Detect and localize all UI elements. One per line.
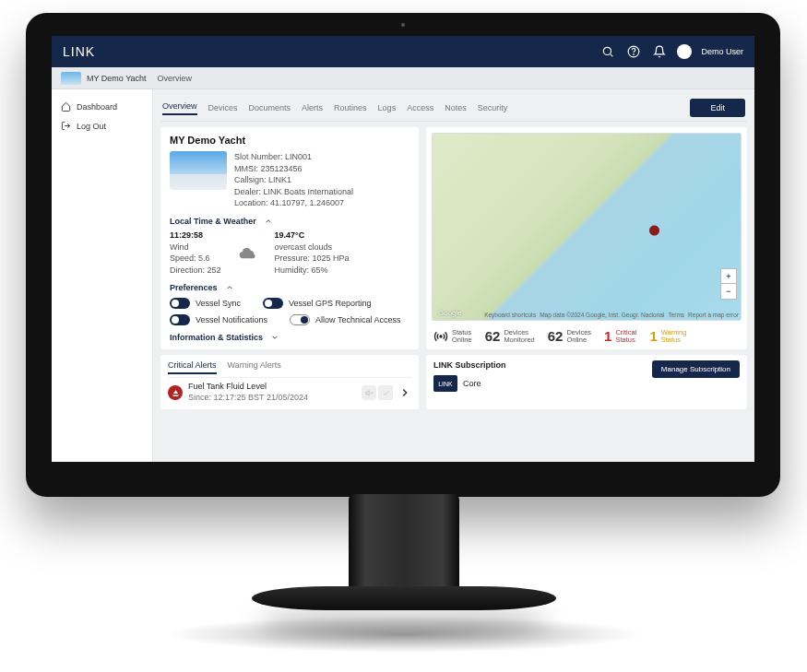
link-badge: LINK <box>433 375 457 392</box>
section-weather-label: Local Time & Weather <box>170 217 256 226</box>
sidebar-item-dashboard[interactable]: Dashboard <box>57 97 147 116</box>
sidebar-item-logout[interactable]: Log Out <box>57 116 147 136</box>
logout-icon <box>61 121 71 131</box>
edit-button[interactable]: Edit <box>690 99 745 117</box>
chevron-down-icon <box>270 333 279 342</box>
app-logo[interactable]: LINK <box>63 44 95 59</box>
stat-critical-label: Critical Status <box>615 329 636 345</box>
map-card: Google + − Keyboard shortcuts Map data ©… <box>426 127 747 349</box>
pref-vessel-sync[interactable]: Vessel Sync <box>170 298 241 309</box>
map-zoom: + − <box>720 268 737 300</box>
map-report[interactable]: Report a map error <box>688 312 739 318</box>
sidebar-item-label: Log Out <box>77 122 106 131</box>
section-info-toggle[interactable]: Information & Statistics <box>170 333 409 342</box>
section-prefs-toggle[interactable]: Preferences <box>170 283 409 292</box>
subscription-card: LINK Subscription LINK Core Manage Subsc… <box>426 355 747 408</box>
toggle-on-icon <box>263 298 283 309</box>
username[interactable]: Demo User <box>701 47 743 56</box>
sidebar: Dashboard Log Out <box>52 89 153 462</box>
vessel-chip[interactable]: MY Demo Yacht <box>61 72 147 85</box>
manage-subscription-button[interactable]: Manage Subscription <box>652 360 740 378</box>
chevron-right-icon[interactable] <box>398 386 411 399</box>
section-info-label: Information & Statistics <box>170 333 263 342</box>
avatar[interactable] <box>677 44 692 59</box>
weather-block: 11:29:58 Wind Speed: 5.6 Direction: 252 … <box>170 230 409 276</box>
tab-logs[interactable]: Logs <box>378 103 397 112</box>
tab-routines[interactable]: Routines <box>334 103 367 112</box>
vessel-info: Slot Number: LIN001 MMSI: 235123456 Call… <box>234 151 353 209</box>
mute-icon[interactable] <box>362 385 376 400</box>
stat-online-label: Devices Online <box>566 329 591 345</box>
tab-notes[interactable]: Notes <box>445 103 467 112</box>
pref-notifications[interactable]: Vessel Notifications <box>170 314 267 325</box>
tab-critical-alerts[interactable]: Critical Alerts <box>168 360 217 374</box>
tab-alerts[interactable]: Alerts <box>302 103 323 112</box>
tab-documents[interactable]: Documents <box>249 103 291 112</box>
cloud-icon <box>238 246 258 259</box>
map-shortcuts[interactable]: Keyboard shortcuts <box>484 312 536 318</box>
alert-row[interactable]: Fuel Tank Fluid Level Since: 12:17:25 BS… <box>168 382 411 403</box>
check-icon[interactable] <box>378 385 393 400</box>
svg-point-3 <box>634 54 635 55</box>
tab-overview[interactable]: Overview <box>162 101 197 115</box>
vessel-details-card: MY Demo Yacht Slot Number: LIN001 MMSI: … <box>160 127 419 349</box>
stat-monitored-value: 62 <box>485 328 501 344</box>
stat-warning-value: 1 <box>649 328 657 344</box>
tab-access[interactable]: Access <box>407 103 433 112</box>
subscription-header: LINK Subscription <box>433 360 506 370</box>
alert-title: Fuel Tank Fluid Level <box>188 382 308 393</box>
bell-icon[interactable] <box>651 43 668 60</box>
map[interactable]: Google + − Keyboard shortcuts Map data ©… <box>432 133 742 321</box>
chevron-up-icon <box>225 283 234 292</box>
map-terms[interactable]: Terms <box>668 312 684 318</box>
sidebar-item-label: Dashboard <box>77 102 117 112</box>
tab-devices[interactable]: Devices <box>208 103 238 112</box>
zoom-in-button[interactable]: + <box>721 269 736 284</box>
vessel-photo <box>170 151 227 190</box>
help-icon[interactable] <box>625 43 642 60</box>
svg-point-5 <box>440 336 442 337</box>
stat-status-label: StatusOnline <box>452 329 472 345</box>
breadcrumb-page: Overview <box>158 74 193 83</box>
map-attribution: Map data ©2024 Google, Inst. Geogr. Naci… <box>540 312 664 318</box>
vessel-chip-label: MY Demo Yacht <box>87 74 147 83</box>
tab-security[interactable]: Security <box>478 103 508 112</box>
svg-line-1 <box>611 54 613 57</box>
toggle-on-icon <box>170 314 190 325</box>
pref-technical-access[interactable]: Allow Technical Access <box>290 314 400 325</box>
alerts-card: Critical Alerts Warning Alerts Fuel Tank… <box>160 355 419 408</box>
stat-warning-label: Warning Status <box>661 329 687 345</box>
svg-point-0 <box>604 47 611 54</box>
boat-icon <box>168 385 183 400</box>
section-weather-toggle[interactable]: Local Time & Weather <box>170 217 409 226</box>
broadcast-icon <box>433 329 448 344</box>
toggle-on-icon <box>170 298 190 309</box>
pref-gps-reporting[interactable]: Vessel GPS Reporting <box>263 298 372 309</box>
toggle-off-icon <box>290 314 310 325</box>
vessel-thumb-icon <box>61 72 81 85</box>
zoom-out-button[interactable]: − <box>721 284 736 299</box>
tab-warning-alerts[interactable]: Warning Alerts <box>228 360 281 374</box>
subscription-plan: Core <box>463 379 481 388</box>
breadcrumb: MY Demo Yacht Overview <box>52 67 754 89</box>
section-prefs-label: Preferences <box>170 283 218 292</box>
vessel-title: MY Demo Yacht <box>170 135 409 146</box>
search-icon[interactable] <box>599 43 616 60</box>
stat-online-value: 62 <box>548 328 564 344</box>
home-icon <box>61 101 71 112</box>
tab-bar: Overview Devices Documents Alerts Routin… <box>160 95 747 122</box>
stat-critical-value: 1 <box>604 328 611 344</box>
app-header: LINK Demo User <box>52 36 754 67</box>
stats-row: StatusOnline 62 Devices Monitored 62 Dev… <box>426 324 747 349</box>
stat-monitored-label: Devices Monitored <box>504 329 534 345</box>
chevron-up-icon <box>264 217 273 226</box>
